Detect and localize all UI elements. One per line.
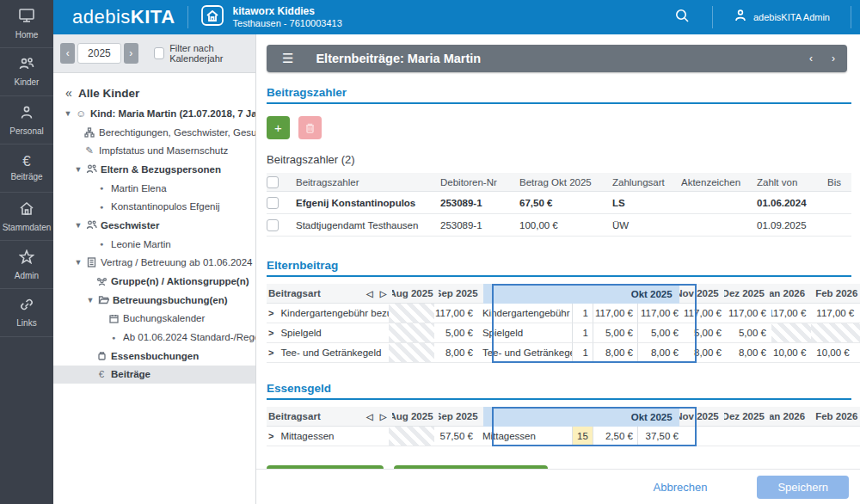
- search-icon[interactable]: [664, 4, 700, 30]
- tree-item-leonie-martin[interactable]: ● Leonie Martin: [53, 235, 255, 254]
- prev-child-button[interactable]: ‹: [809, 52, 813, 65]
- link-icon: [19, 298, 34, 315]
- sidebar-item-beitraege[interactable]: € Beiträge: [0, 144, 53, 193]
- expand-row-icon[interactable]: >: [268, 431, 273, 441]
- bullet-icon: ●: [95, 241, 108, 247]
- month-next-button[interactable]: ▷: [380, 289, 387, 298]
- selected-month-header[interactable]: Okt 2025: [483, 284, 679, 304]
- delete-payer-button[interactable]: [298, 116, 322, 139]
- qty-cell[interactable]: 1: [573, 304, 593, 323]
- calendar-icon: [107, 314, 120, 323]
- tree-item-impfstatus[interactable]: ✎ Impfstatus und Masernschutz: [53, 141, 255, 160]
- row-checkbox[interactable]: [267, 197, 279, 209]
- tree-item-beitraege[interactable]: € Beiträge: [53, 366, 255, 384]
- filter-calendar-year-label: Filter nach Kalenderjahr: [169, 43, 255, 64]
- euro-icon: €: [95, 369, 108, 379]
- expand-row-icon[interactable]: >: [268, 308, 273, 318]
- divider: [851, 6, 851, 28]
- facility-info[interactable]: kitaworx Kiddies Testhausen - 7610003413: [233, 5, 342, 29]
- filter-calendar-year-checkbox[interactable]: [154, 47, 164, 59]
- row-checkbox[interactable]: [267, 219, 279, 231]
- tree-item-alle-kinder[interactable]: « Alle Kinder: [53, 82, 255, 104]
- year-prev-button[interactable]: ‹: [60, 43, 75, 64]
- person-icon: [19, 105, 34, 123]
- divider: [187, 6, 188, 28]
- group-icon: [95, 277, 108, 286]
- inactive-cell: [389, 343, 434, 363]
- expand-row-icon[interactable]: >: [268, 347, 273, 358]
- inactive-cell: [389, 323, 434, 343]
- sidebar-item-label: Kinder: [15, 77, 40, 87]
- hierarchy-icon: [83, 127, 96, 138]
- child-face-icon: ☺: [74, 108, 88, 119]
- cancel-button[interactable]: Abbrechen: [654, 481, 708, 494]
- sidebar-item-personal[interactable]: Personal: [0, 96, 53, 144]
- tree-item-kind[interactable]: ▼ ☺ Kind: Maria Martin (21.07.2018, 7 Ja…: [53, 104, 255, 123]
- expand-row-icon[interactable]: >: [268, 328, 273, 338]
- facility-home-icon[interactable]: [200, 4, 224, 30]
- bullet-icon: ●: [95, 185, 108, 191]
- chevron-down-icon: ▼: [72, 221, 84, 230]
- price-cell[interactable]: 8,00 €: [593, 343, 638, 363]
- tree-item-geschwister[interactable]: ▼ Geschwister: [53, 216, 255, 235]
- essensgeld-table-header: Beitragsart ◁ ▷ Aug 2025 Sep 2025 Okt 20…: [267, 407, 860, 427]
- home-icon: [19, 201, 34, 219]
- month-next-button[interactable]: ▷: [380, 412, 387, 421]
- primary-sidebar: Home Kinder Personal € Beiträge Stammdat…: [0, 0, 53, 504]
- sidebar-item-stammdaten[interactable]: Stammdaten: [0, 193, 53, 241]
- sidebar-item-admin[interactable]: Admin: [0, 241, 53, 289]
- select-all-checkbox[interactable]: [267, 176, 279, 188]
- tree-item-essensbuchungen[interactable]: Essensbuchungen: [53, 347, 255, 366]
- menu-icon[interactable]: ☰: [282, 51, 293, 66]
- page-title: Elternbeiträge: Maria Martin: [316, 52, 481, 65]
- fee-row: >Kindergartengebühr bezusc... 117,00 € K…: [267, 304, 860, 323]
- tree-item-eltern[interactable]: ▼ Eltern & Bezugspersonen: [53, 160, 255, 179]
- elternbeitrag-table-header: Beitragsart ◁ ▷ Aug 2025 Sep 2025 Okt 20…: [267, 284, 860, 304]
- month-prev-button[interactable]: ◁: [366, 289, 373, 298]
- user-menu[interactable]: adebisKITA Admin: [725, 5, 838, 29]
- sidebar-item-links[interactable]: Links: [0, 289, 53, 337]
- year-next-button[interactable]: ›: [124, 43, 138, 64]
- tree-item-vertrag[interactable]: ▼ Vertrag / Betreuung ab 01.06.2024: [53, 254, 255, 273]
- tree-item-betreuungsbuchungen[interactable]: ▼ Betreuungsbuchung(en): [53, 291, 255, 310]
- qty-cell[interactable]: 15: [573, 427, 593, 446]
- payer-row[interactable]: Stadtjugendamt Testhausen 253089-1 100,0…: [267, 214, 851, 237]
- children-icon: [18, 57, 35, 74]
- elternbeitrag-table: Beitragsart ◁ ▷ Aug 2025 Sep 2025 Okt 20…: [267, 284, 860, 363]
- fee-row: >Tee- und Getränkegeld 8,00 € Tee- und G…: [267, 343, 860, 363]
- save-button[interactable]: Speichern: [757, 476, 849, 499]
- tree-item-martin-elena[interactable]: ● Martin Elena: [53, 179, 255, 198]
- next-child-button[interactable]: ›: [832, 52, 835, 65]
- section-title-beitragszahler: Beitragszahler: [267, 86, 851, 104]
- tree-item-gruppen[interactable]: Gruppe(n) / Aktionsgruppe(n): [53, 272, 255, 291]
- chevron-down-icon: ▼: [62, 109, 74, 118]
- qty-cell[interactable]: 1: [573, 323, 593, 343]
- bullet-icon: ●: [107, 335, 120, 341]
- person-group-icon: [84, 220, 98, 230]
- year-field[interactable]: 2025: [77, 43, 120, 64]
- main-content: Beitragszahler + Beitragszahler (2) Beit…: [267, 77, 860, 469]
- facility-name: kitaworx Kiddies: [233, 5, 342, 17]
- sidebar-item-home[interactable]: Home: [0, 0, 53, 48]
- add-payer-button[interactable]: +: [267, 116, 290, 139]
- section-title-essensgeld: Essensgeld: [267, 382, 851, 400]
- selected-month-header[interactable]: Okt 2025: [483, 407, 679, 427]
- payer-row[interactable]: Efgenij Konstantinopulos 253089-1 67,50 …: [267, 192, 851, 214]
- divider: [712, 6, 713, 28]
- qty-cell[interactable]: 1: [573, 343, 593, 363]
- tree-item-standardbuchung[interactable]: ● Ab 01.06.2024 Standard-/Regelbuch...: [53, 328, 255, 347]
- price-cell[interactable]: 5,00 €: [593, 323, 638, 343]
- price-cell[interactable]: 117,00 €: [593, 304, 638, 323]
- tree-item-konstantinopulos[interactable]: ● Konstantinopulos Efgenij: [53, 197, 255, 216]
- price-cell[interactable]: 2,50 €: [593, 427, 638, 446]
- month-prev-button[interactable]: ◁: [366, 412, 373, 421]
- inactive-cell: [389, 427, 434, 446]
- user-icon: [734, 9, 747, 26]
- facility-number: Testhausen - 7610003413: [233, 18, 342, 29]
- essensgeld-table: Beitragsart ◁ ▷ Aug 2025 Sep 2025 Okt 20…: [267, 407, 860, 446]
- sidebar-item-kinder[interactable]: Kinder: [0, 48, 53, 96]
- app-logo: adebisKITA: [72, 6, 175, 28]
- tree-item-buchungskalender[interactable]: Buchungskalender: [53, 310, 255, 329]
- tree-item-berechtigungen[interactable]: Berechtigungen, Geschwister, Gesundheit: [53, 123, 255, 142]
- star-icon: [19, 249, 34, 267]
